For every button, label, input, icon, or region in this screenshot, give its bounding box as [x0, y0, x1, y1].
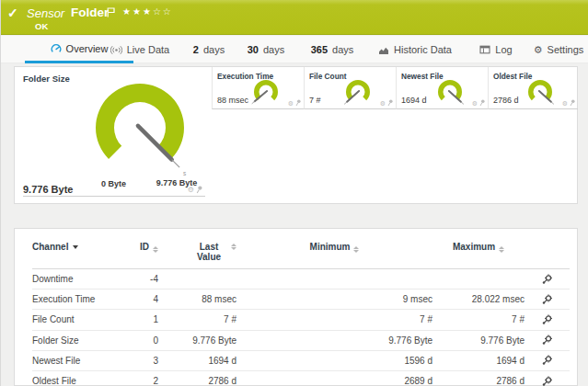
channel-name: File Count — [32, 314, 129, 324]
tab-label: Overview — [66, 43, 109, 54]
channel-minimum: 2689 d — [236, 376, 432, 386]
panel-gear-icon[interactable]: ⚙ — [288, 100, 294, 107]
tab-historic-data[interactable]: Historic Data — [375, 36, 455, 63]
channel-id: 0 — [129, 335, 158, 346]
channel-last-value: 1694 d — [158, 356, 236, 366]
panel-gear-icon[interactable]: ⚙ — [472, 100, 478, 107]
channel-id: 2 — [129, 376, 158, 386]
live-icon — [110, 45, 122, 55]
channel-settings-icon[interactable] — [542, 294, 553, 305]
tab-label: Log — [495, 44, 512, 55]
gauge-title: Folder Size — [23, 74, 70, 84]
channel-minimum: 7 # — [236, 314, 432, 324]
panel-corner-icons[interactable]: ⚙ — [288, 99, 301, 107]
sort-icon — [499, 246, 504, 253]
gauge-needle-tip-marker: s — [183, 170, 186, 176]
panel-corner-icons[interactable]: ⚙ — [380, 99, 393, 107]
channel-name: Newest File — [32, 356, 129, 366]
channel-last-value: 2786 d — [158, 376, 236, 386]
priority-flag-icon[interactable] — [107, 5, 115, 21]
tab-label: Live Data — [127, 44, 169, 55]
panel-pin-icon[interactable] — [570, 99, 575, 107]
channel-table: Channel ID Last Value Minimum Maximum Do… — [32, 236, 570, 386]
panel-gear-icon[interactable]: ⚙ — [380, 100, 386, 107]
tab-label: Settings — [548, 44, 584, 55]
priority-stars[interactable]: ★★★☆☆ — [122, 6, 173, 17]
tab-label: days — [203, 44, 225, 55]
panel-divider — [23, 196, 205, 197]
channel-id: 1 — [129, 314, 158, 324]
panel-corner-icons[interactable]: ⚙ — [472, 99, 485, 107]
panel-pin-icon[interactable] — [387, 99, 393, 107]
header-id[interactable]: ID — [129, 242, 158, 253]
header-maximum[interactable]: Maximum — [432, 242, 525, 253]
channel-maximum: 2786 d — [432, 376, 525, 386]
channel-maximum: 1694 d — [432, 356, 525, 366]
channel-table-header: Channel ID Last Value Minimum Maximum — [32, 236, 570, 269]
gauge-value: 2786 d — [493, 96, 519, 105]
header-minimum[interactable]: Minimum — [236, 242, 432, 253]
panel-corner-icons[interactable]: ⚙ — [188, 186, 202, 194]
file-count-gauge-panel: File Count 7 # ⚙ — [304, 67, 396, 109]
table-row-execution-time: Execution Time 4 88 msec 9 msec 28.022 m… — [32, 290, 570, 310]
channel-minimum: 1596 d — [236, 356, 432, 366]
panel-pin-icon[interactable] — [295, 99, 301, 107]
gear-icon: ⚙ — [534, 45, 543, 55]
channel-maximum: 9.776 Byte — [432, 335, 525, 346]
channel-settings-icon[interactable] — [542, 376, 553, 386]
channel-id: 4 — [129, 294, 158, 304]
tab-30-days[interactable]: 30 days — [242, 36, 290, 63]
sort-icon — [353, 246, 359, 253]
tab-bar: Overview Live Data 2 days 30 days 365 da… — [1, 36, 588, 63]
folder-size-gauge-panel: Folder Size s 0 Byte 9.776 Byte 9.776 By… — [15, 67, 212, 200]
table-row-downtime: Downtime -4 — [32, 269, 570, 290]
folder-size-value: 9.776 Byte — [23, 184, 73, 195]
prtg-sensor-page: ✓ Sensor Folder ★★★☆☆ OK Overview Live D… — [0, 0, 588, 386]
table-row-file-count: File Count 1 7 # 7 # 7 # — [32, 310, 570, 330]
tab-label: days — [263, 44, 284, 55]
table-row-oldest-file: Oldest File 2 2786 d 2689 d 2786 d — [32, 371, 570, 386]
sensor-title: Folder — [71, 6, 109, 19]
channel-id: 3 — [129, 356, 158, 366]
sensor-status-header: ✓ Sensor Folder ★★★☆☆ OK — [1, 0, 588, 35]
gauge-value: 1694 d — [401, 96, 427, 105]
tab-settings[interactable]: ⚙ Settings — [531, 36, 586, 63]
panel-pin-icon[interactable] — [479, 99, 485, 107]
channel-name: Execution Time — [32, 294, 129, 304]
newest-file-gauge — [432, 77, 467, 108]
tab-live-data[interactable]: Live Data — [106, 36, 174, 63]
channel-minimum: 9.776 Byte — [236, 335, 432, 346]
header-last-value[interactable]: Last Value — [158, 242, 236, 262]
channel-minimum: 9 msec — [236, 294, 432, 304]
panel-pin-icon[interactable] — [196, 186, 202, 194]
oldest-file-gauge-panel: Oldest File 2786 d ⚙ — [488, 67, 578, 109]
tab-365-days[interactable]: 365 days — [306, 36, 359, 63]
header-channel[interactable]: Channel — [32, 242, 129, 252]
panel-corner-icons[interactable]: ⚙ — [562, 99, 575, 107]
gauge-value: 7 # — [309, 96, 321, 105]
channel-settings-icon[interactable] — [542, 355, 553, 366]
gauge-icon — [51, 43, 62, 54]
channel-settings-icon[interactable] — [542, 274, 553, 285]
panel-gear-icon[interactable]: ⚙ — [188, 187, 194, 194]
tab-label: days — [332, 44, 353, 55]
oldest-file-gauge — [523, 77, 558, 108]
channel-last-value: 9.776 Byte — [158, 335, 236, 346]
tab-2-days[interactable]: 2 days — [188, 36, 230, 63]
channel-last-value: 7 # — [158, 314, 236, 324]
sensor-type-label: Sensor — [27, 6, 64, 20]
table-row-folder-size: Folder Size 0 9.776 Byte 9.776 Byte 9.77… — [32, 331, 570, 351]
sensor-status-text: OK — [35, 21, 48, 31]
file-count-gauge — [340, 77, 375, 108]
panel-gear-icon[interactable]: ⚙ — [562, 100, 568, 107]
channel-table-card: Channel ID Last Value Minimum Maximum Do… — [14, 228, 578, 386]
channel-settings-icon[interactable] — [542, 335, 553, 346]
sort-desc-icon — [73, 245, 78, 249]
chart-icon — [378, 45, 389, 55]
channel-id: -4 — [129, 274, 158, 284]
channel-maximum: 7 # — [432, 314, 525, 324]
log-icon — [479, 45, 490, 54]
channel-settings-icon[interactable] — [542, 314, 553, 325]
tab-log[interactable]: Log — [474, 36, 518, 63]
tab-label: Historic Data — [394, 44, 452, 55]
